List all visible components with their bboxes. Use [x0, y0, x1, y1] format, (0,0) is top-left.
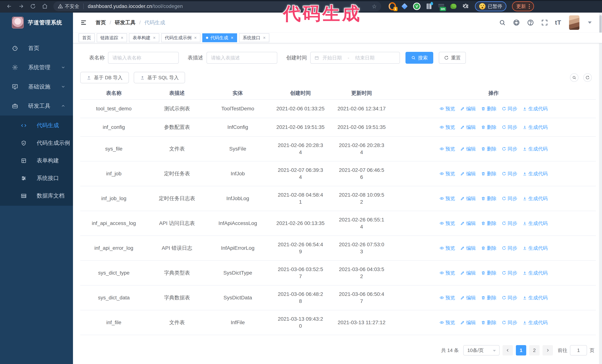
close-icon[interactable]: ×: [263, 35, 266, 40]
action-download-link[interactable]: 生成代码: [523, 105, 548, 112]
action-sync-link[interactable]: 同步: [502, 105, 517, 112]
action-sync-link[interactable]: 同步: [502, 245, 517, 252]
next-page-button[interactable]: [543, 345, 553, 355]
tab-codegen[interactable]: 代码生成×: [202, 33, 237, 42]
prev-page-button[interactable]: [503, 345, 513, 355]
window-scrollbar[interactable]: [599, 13, 602, 364]
hamburger-icon[interactable]: [78, 18, 88, 28]
action-download-link[interactable]: 生成代码: [523, 220, 548, 227]
forward-icon[interactable]: [16, 1, 26, 11]
action-edit-link[interactable]: 编辑: [460, 319, 476, 326]
goto-page-input[interactable]: [570, 345, 587, 355]
close-icon[interactable]: ×: [121, 35, 123, 40]
sidebar-item-form-builder[interactable]: 表单构建: [0, 152, 73, 169]
action-eye-link[interactable]: 预览: [440, 245, 455, 252]
action-eye-link[interactable]: 预览: [440, 124, 455, 131]
reload-icon[interactable]: [28, 1, 38, 11]
action-edit-link[interactable]: 编辑: [460, 170, 476, 177]
security-warning[interactable]: 不安全: [58, 3, 79, 10]
menu-dots-icon[interactable]: [529, 4, 530, 9]
action-eye-link[interactable]: 预览: [440, 294, 455, 301]
action-download-link[interactable]: 生成代码: [523, 294, 548, 301]
action-edit-link[interactable]: 编辑: [460, 245, 476, 252]
action-sync-link[interactable]: 同步: [502, 319, 517, 326]
action-edit-link[interactable]: 编辑: [460, 124, 476, 131]
tab-home[interactable]: 首页: [78, 33, 95, 42]
v-ext-icon[interactable]: [413, 3, 420, 10]
action-delete-link[interactable]: 删除: [481, 220, 497, 227]
action-sync-link[interactable]: 同步: [502, 269, 517, 276]
action-eye-link[interactable]: 预览: [440, 269, 455, 276]
bookmark-star-icon[interactable]: ☆: [372, 3, 377, 10]
action-download-link[interactable]: 生成代码: [523, 245, 548, 252]
caret-down-icon[interactable]: [588, 21, 592, 24]
action-sync-link[interactable]: 同步: [502, 195, 517, 202]
github-icon[interactable]: [513, 19, 520, 26]
user-avatar[interactable]: [569, 15, 580, 30]
action-delete-link[interactable]: 删除: [481, 170, 497, 177]
close-icon[interactable]: ×: [194, 35, 197, 40]
sidebar-item-db-doc[interactable]: 数据库文档: [0, 187, 73, 205]
breadcrumb-dev-tools[interactable]: 研发工具: [115, 19, 136, 26]
refresh-button[interactable]: [583, 73, 592, 82]
sidebar-item-codegen[interactable]: 代码生成: [0, 117, 73, 134]
sidebar-item-codegen-demo[interactable]: 代码生成示例: [0, 134, 73, 152]
tab-api[interactable]: 系统接口×: [239, 33, 269, 42]
update-button[interactable]: 更新: [512, 1, 534, 11]
frog-ext-icon[interactable]: [450, 3, 457, 10]
show-search-button[interactable]: [570, 73, 579, 82]
table-desc-input[interactable]: [206, 52, 277, 64]
action-edit-link[interactable]: 编辑: [460, 269, 476, 276]
sidebar-item-home[interactable]: 首页: [0, 39, 73, 58]
close-icon[interactable]: ×: [153, 35, 156, 40]
action-sync-link[interactable]: 同步: [502, 124, 517, 131]
loop-ext-icon[interactable]: 1: [389, 3, 396, 10]
action-download-link[interactable]: 生成代码: [523, 269, 548, 276]
action-sync-link[interactable]: 同步: [502, 170, 517, 177]
action-eye-link[interactable]: 预览: [440, 145, 455, 152]
page-button-2[interactable]: 2: [529, 345, 540, 355]
fullscreen-icon[interactable]: [541, 19, 548, 26]
sidebar-item-api[interactable]: 系统接口: [0, 169, 73, 187]
date-range-picker[interactable]: 开始日期 - 结束日期: [310, 52, 400, 64]
action-download-link[interactable]: 生成代码: [523, 170, 548, 177]
action-eye-link[interactable]: 预览: [440, 319, 455, 326]
action-download-link[interactable]: 生成代码: [523, 195, 548, 202]
action-edit-link[interactable]: 编辑: [460, 145, 476, 152]
sidebar-item-system[interactable]: 系统管理: [0, 58, 73, 77]
action-download-link[interactable]: 生成代码: [523, 124, 548, 131]
tab-form-builder[interactable]: 表单构建×: [129, 33, 159, 42]
action-download-link[interactable]: 生成代码: [523, 145, 548, 152]
action-edit-link[interactable]: 编辑: [460, 294, 476, 301]
close-icon[interactable]: ×: [231, 35, 233, 40]
search-button[interactable]: 搜索: [406, 52, 433, 64]
action-delete-link[interactable]: 删除: [481, 245, 497, 252]
action-delete-link[interactable]: 删除: [481, 105, 497, 112]
tag-ext-icon[interactable]: on: [438, 3, 445, 10]
tab-trace[interactable]: 链路追踪×: [97, 33, 127, 42]
action-edit-link[interactable]: 编辑: [460, 220, 476, 227]
tab-codegen-demo[interactable]: 代码生成示例×: [161, 33, 200, 42]
page-button-1[interactable]: 1: [516, 345, 526, 355]
home-icon[interactable]: [40, 1, 50, 11]
search-icon[interactable]: [499, 19, 506, 26]
action-delete-link[interactable]: 删除: [481, 269, 497, 276]
page-size-select[interactable]: 10条/页: [463, 345, 500, 355]
action-eye-link[interactable]: 预览: [440, 105, 455, 112]
gem-ext-icon[interactable]: [401, 3, 408, 10]
table-name-input[interactable]: [108, 52, 179, 64]
sidebar-item-dev-tools[interactable]: 研发工具: [0, 96, 73, 115]
action-sync-link[interactable]: 同步: [502, 220, 517, 227]
action-delete-link[interactable]: 删除: [481, 124, 497, 131]
profile-paused-chip[interactable]: 已暂停: [475, 1, 506, 11]
action-delete-link[interactable]: 删除: [481, 294, 497, 301]
sidebar-item-infra[interactable]: 基础设施: [0, 77, 73, 96]
action-delete-link[interactable]: 删除: [481, 145, 497, 152]
help-icon[interactable]: [527, 19, 534, 26]
puzzle-ext-icon[interactable]: [462, 3, 469, 10]
breadcrumb-home[interactable]: 首页: [96, 19, 106, 26]
back-icon[interactable]: [4, 1, 14, 11]
sql-import-button[interactable]: 基于 SQL 导入: [134, 72, 185, 83]
action-eye-link[interactable]: 预览: [440, 195, 455, 202]
action-sync-link[interactable]: 同步: [502, 145, 517, 152]
